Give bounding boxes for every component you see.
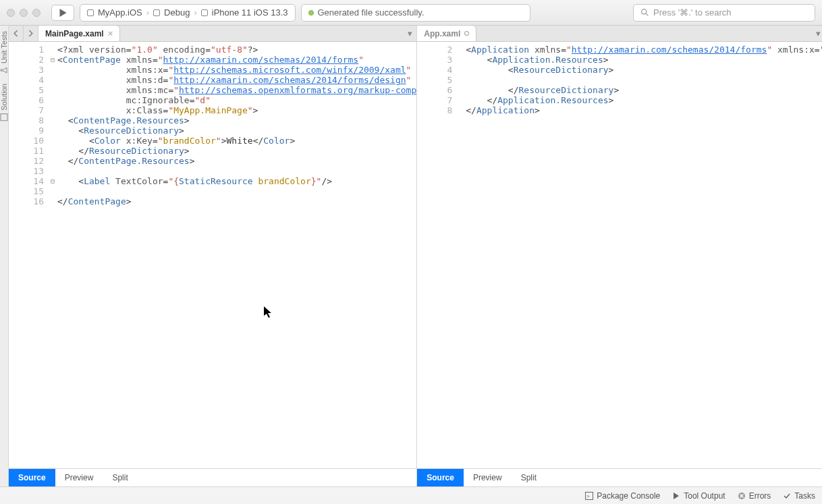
line-numbers: 12345678910111213141516 [9,42,48,468]
view-split-button[interactable]: Split [103,469,137,486]
code-editor-left[interactable]: 12345678910111213141516 ⊟⊟ <?xml version… [9,42,416,468]
target-project: MyApp.iOS [98,7,142,18]
search-placeholder: Press '⌘.' to search [653,7,732,18]
file-tab-appxaml[interactable]: App.xaml [417,26,476,41]
view-source-button[interactable]: Source [9,469,55,486]
tabstrip-left: MainPage.xaml × ▾ [9,26,416,42]
search-icon [640,8,649,17]
svg-point-1 [642,9,647,14]
close-window-icon[interactable] [7,9,15,17]
global-search[interactable]: Press '⌘.' to search [633,4,815,22]
flask-icon [0,66,8,74]
file-tab-mainpage[interactable]: MainPage.xaml × [38,26,120,41]
workspace: Unit Tests Solution MainPage.xaml × ▾ 12… [0,26,822,486]
view-preview-button[interactable]: Preview [55,469,103,486]
file-tab-label: App.xaml [424,29,460,38]
device-icon [201,9,208,16]
view-split-button[interactable]: Split [512,469,546,486]
tab-overflow-button[interactable]: ▾ [812,26,823,41]
window-controls [7,9,40,17]
view-switcher-right: Source Preview Split [417,468,822,486]
config-icon [153,9,160,16]
svg-rect-3 [1,114,7,121]
fold-column[interactable]: ⊟⊟ [48,42,57,468]
fold-column[interactable] [456,42,466,468]
play-icon [59,9,67,17]
code-area[interactable]: <?xml version="1.0" encoding="utf-8"?><C… [57,42,416,468]
view-source-button[interactable]: Source [417,469,464,486]
view-preview-button[interactable]: Preview [464,469,512,486]
main-toolbar: MyApp.iOS › Debug › iPhone 11 iOS 13.3 G… [0,0,822,26]
sidebar-tab-unit-tests[interactable]: Unit Tests [0,31,8,74]
status-tasks[interactable]: Tasks [783,491,815,501]
dirty-indicator-icon [464,31,469,36]
svg-marker-6 [674,493,679,499]
editor-pane-left: MainPage.xaml × ▾ 1234567891011121314151… [9,26,417,486]
check-icon [783,492,791,500]
svg-marker-0 [59,9,66,17]
build-status: Generated file successfully. [301,4,530,22]
nav-forward-button[interactable] [24,26,38,41]
editor-pane-right: App.xaml ▾ 2345678 <Application xmlns="h… [417,26,822,486]
success-dot-icon [308,10,314,16]
status-tool-output[interactable]: Tool Output [672,491,725,501]
minimize-window-icon[interactable] [20,9,28,17]
tab-overflow-button[interactable]: ▾ [403,26,416,41]
status-bar: > Package Console Tool Output Errors Tas… [0,486,822,504]
nav-back-button[interactable] [9,26,24,41]
sidebar-tab-solution[interactable]: Solution [0,84,8,121]
project-icon [87,9,94,16]
code-editor-right[interactable]: 2345678 <Application xmlns="http://xamar… [417,42,822,468]
left-dock: Unit Tests Solution [0,26,9,486]
tabstrip-right: App.xaml ▾ [417,26,822,42]
solution-icon [0,113,8,121]
status-message: Generated file successfully. [318,7,424,18]
view-switcher-left: Source Preview Split [9,468,416,486]
svg-line-2 [646,13,648,16]
line-numbers: 2345678 [417,42,456,468]
terminal-icon: > [585,492,593,500]
status-package-console[interactable]: > Package Console [585,491,660,501]
run-target-selector[interactable]: MyApp.iOS › Debug › iPhone 11 iOS 13.3 [80,4,296,22]
build-config: Debug [164,7,190,18]
code-area[interactable]: <Application xmlns="http://xamarin.com/s… [466,42,822,468]
close-tab-icon[interactable]: × [108,28,113,38]
status-errors[interactable]: Errors [738,491,771,501]
svg-text:>: > [586,493,590,499]
play-icon [672,492,680,500]
file-tab-label: MainPage.xaml [45,29,104,38]
run-button[interactable] [51,5,74,21]
run-device: iPhone 11 iOS 13.3 [212,7,288,18]
error-icon [738,492,746,500]
editor-panes: MainPage.xaml × ▾ 1234567891011121314151… [9,26,822,486]
zoom-window-icon[interactable] [32,9,40,17]
